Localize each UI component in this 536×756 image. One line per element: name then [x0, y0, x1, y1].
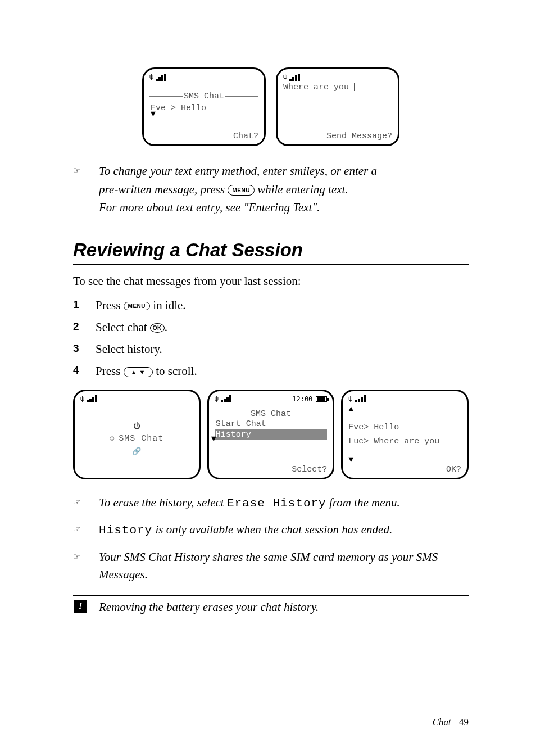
- menu-item-history: History: [215, 429, 328, 440]
- softkey-select: Select?: [215, 465, 328, 474]
- signal-icon: [221, 395, 231, 402]
- screen-chat-menu: ψ 12:00 SMS Chat Start Chat History ▼ Se…: [207, 390, 335, 479]
- page-footer: Chat 49: [433, 717, 469, 728]
- antenna-icon: ψ: [215, 395, 219, 403]
- pointing-hand-icon: ☞: [73, 164, 80, 177]
- menu-option-text: History: [99, 524, 152, 537]
- warning-icon: !: [74, 600, 87, 613]
- tip-line: pre-written message, press: [99, 183, 228, 196]
- menu-key-icon: MENU: [228, 185, 254, 196]
- tip-sim-memory: ☞ Your SMS Chat History shares the same …: [73, 549, 469, 584]
- scroll-down-icon: ▼: [151, 110, 156, 119]
- scroll-down-icon: ▼: [348, 455, 353, 465]
- tip-history-availability: ☞ History is only available when the cha…: [73, 521, 469, 540]
- screen-history-view: ψ ▲ Eve> Hello Luc> Where are you ▼ OK?: [341, 390, 469, 479]
- clock-text: 12:00: [292, 395, 312, 403]
- screen-title: SMS Chat: [249, 409, 292, 419]
- history-line: Luc> Where are you: [348, 437, 461, 446]
- signal-icon: [355, 395, 366, 402]
- top-screens: ψ SMS Chat Eve > Hello ▼ Chat? ψ: [73, 67, 469, 146]
- signal-icon: [289, 74, 300, 81]
- antenna-icon: ψ: [348, 395, 352, 403]
- signal-icon: [87, 395, 97, 402]
- chat-line: Eve > Hello: [149, 103, 258, 113]
- menu-ring-label: SMS Chat: [119, 434, 163, 443]
- chat-icon: ☺: [110, 434, 114, 443]
- scroll-up-icon: ▲: [348, 405, 353, 414]
- antenna-icon: ψ: [149, 73, 153, 81]
- screen-menu-ring: ψ ⏻ ☺ SMS Chat 🔗: [73, 390, 201, 479]
- intro-text: To see the chat messages from your last …: [73, 274, 469, 288]
- screen-title: SMS Chat: [183, 92, 225, 101]
- scroll-down-icon: ▼: [211, 434, 216, 444]
- antenna-icon: ψ: [283, 73, 287, 81]
- alert-battery: ! Removing the battery erases your chat …: [73, 595, 469, 619]
- status-bar: ψ: [149, 73, 258, 82]
- step-1: 1 Press MENU in idle.: [73, 298, 469, 313]
- screen-chat-incoming: ψ SMS Chat Eve > Hello ▼ Chat?: [142, 67, 266, 146]
- battery-icon: [316, 396, 327, 402]
- antenna-icon: ψ: [80, 395, 84, 403]
- power-icon: ⏻: [133, 422, 140, 431]
- tip-line: For more about text entry, see "Entering…: [99, 201, 320, 214]
- history-line: Eve> Hello: [348, 423, 461, 432]
- footer-section: Chat: [433, 717, 451, 727]
- pointing-hand-icon: ☞: [73, 523, 80, 536]
- pointing-hand-icon: ☞: [73, 550, 80, 563]
- menu-option-text: Erase History: [227, 497, 326, 510]
- menu-key-icon: MENU: [124, 302, 150, 310]
- signal-icon: [156, 74, 166, 81]
- page-number: 49: [459, 717, 469, 727]
- softkey-chat: Chat?: [149, 132, 258, 141]
- tip-erase-history: ☞ To erase the history, select Erase His…: [73, 494, 469, 513]
- step-2: 2 Select chat OK.: [73, 320, 469, 334]
- pointing-hand-icon: ☞: [73, 496, 80, 509]
- steps-list: 1 Press MENU in idle. 2 Select chat OK. …: [73, 298, 469, 378]
- nav-key-icon: ▲ ▼: [124, 367, 153, 377]
- tip-line: To change your text entry method, enter …: [99, 164, 377, 178]
- softkey-send: Send Message?: [283, 132, 392, 141]
- screen-compose: ψ Where are you Send Message?: [276, 67, 399, 146]
- games-icon: 🔗: [132, 447, 141, 456]
- step-4: 4 Press ▲ ▼ to scroll.: [73, 364, 469, 378]
- tip-text-entry: ☞ To change your text entry method, ente…: [73, 162, 469, 217]
- section-heading: Reviewing a Chat Session: [73, 239, 469, 265]
- menu-item-start: Start Chat: [215, 419, 328, 429]
- softkey-ok: OK?: [348, 465, 461, 474]
- mid-screens: ψ ⏻ ☺ SMS Chat 🔗 ψ 12:00: [73, 390, 469, 479]
- ok-key-icon: OK: [150, 323, 165, 333]
- status-bar: ψ: [283, 73, 392, 82]
- alert-text: Removing the battery erases your chat hi…: [99, 600, 319, 614]
- compose-text: Where are you: [283, 83, 392, 92]
- tip-line: while entering text.: [257, 183, 348, 196]
- step-3: 3 Select history.: [73, 342, 469, 356]
